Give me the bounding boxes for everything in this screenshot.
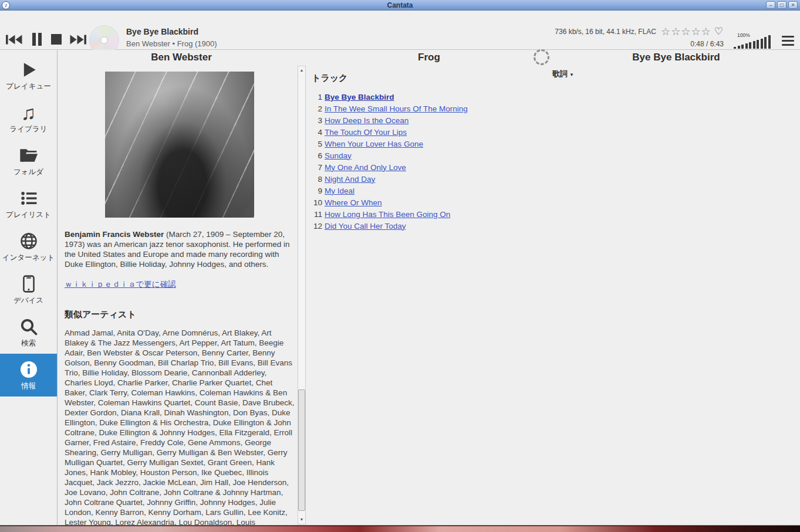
stop-button[interactable]	[51, 34, 62, 45]
track-number: 8	[309, 175, 322, 184]
sidebar-item-internet[interactable]: インターネット	[0, 225, 57, 268]
chevron-down-icon: ▼	[569, 72, 574, 77]
close-button[interactable]: ✕	[788, 1, 798, 9]
music-notes-icon: ♫	[21, 103, 36, 123]
sidebar-item-devices[interactable]: デバイス	[0, 268, 57, 311]
scroll-down-icon[interactable]: ▼	[298, 516, 305, 524]
track-row: 2 In The Wee Small Hours Of The Morning	[309, 103, 544, 114]
sidebar-item-library[interactable]: ♫ ライブラリ	[0, 97, 57, 140]
device-icon	[21, 274, 36, 294]
track-row: 11 How Long Has This Been Going On	[309, 208, 544, 220]
pause-button[interactable]	[31, 32, 43, 46]
track-number: 11	[309, 210, 322, 219]
artist-panel-header: Ben Webster	[58, 52, 305, 63]
rating-star-icon[interactable]: ☆	[701, 27, 711, 36]
track-number: 5	[309, 140, 322, 148]
track-number: 4	[309, 128, 322, 137]
tracks-header: トラック	[312, 73, 347, 84]
rating-stars[interactable]: ☆ ☆ ☆ ☆ ☆	[661, 27, 711, 36]
maximize-button[interactable]: ▢	[777, 1, 787, 9]
track-row: 6 Sunday	[309, 150, 544, 161]
globe-icon	[20, 231, 38, 251]
similar-artists-header: 類似アーティスト	[65, 309, 136, 320]
desktop-background	[0, 526, 800, 532]
sidebar-item-info[interactable]: 情報	[0, 354, 57, 397]
track-row: 7 My One And Only Love	[309, 161, 544, 173]
track-list: 1 Bye Bye Blackbird 2 In The Wee Small H…	[309, 91, 544, 232]
track-link[interactable]: When Your Lover Has Gone	[325, 140, 423, 148]
sidebar-item-playqueue[interactable]: プレイキュー	[0, 54, 57, 97]
track-number: 9	[309, 187, 322, 195]
track-number: 6	[309, 151, 322, 160]
now-playing-title: Bye Bye Blackbird	[126, 27, 198, 36]
sidebar-item-folders[interactable]: フォルダ	[0, 140, 57, 182]
album-panel-header: Frog	[305, 52, 553, 63]
info-icon	[19, 360, 38, 379]
track-link[interactable]: Bye Bye Blackbird	[325, 93, 394, 101]
track-number: 3	[309, 116, 322, 125]
track-panel-header: Bye Bye Blackbird	[552, 52, 800, 63]
volume-control[interactable]: 100%	[734, 33, 778, 49]
track-number: 1	[309, 93, 322, 101]
loading-spinner-icon	[534, 49, 549, 65]
track-link[interactable]: How Long Has This Been Going On	[325, 210, 450, 219]
titlebar: ♪ Cantata – ▢ ✕	[0, 0, 800, 11]
format-info: 736 kb/s, 16 bit, 44.1 kHz, FLAC	[555, 28, 656, 36]
track-row: 12 Did You Call Her Today	[309, 220, 544, 232]
track-link[interactable]: The Touch Of Your Lips	[325, 128, 407, 137]
window-title: Cantata	[0, 1, 800, 9]
scroll-up-icon[interactable]: ▲	[298, 66, 305, 74]
artist-bio: Benjamin Francis Webster (March 27, 1909…	[65, 229, 295, 269]
player-toolbar: Bye Bye Blackbird Ben Webster • Frog (19…	[0, 11, 800, 50]
track-row: 1 Bye Bye Blackbird	[309, 91, 544, 103]
rating-star-icon[interactable]: ☆	[671, 27, 681, 36]
track-link[interactable]: How Deep Is the Ocean	[325, 116, 409, 125]
app-window: ♪ Cantata – ▢ ✕	[0, 0, 800, 526]
track-link[interactable]: My One And Only Love	[325, 163, 406, 172]
track-row: 8 Night And Day	[309, 173, 544, 185]
sidebar-item-search[interactable]: 検索	[0, 311, 57, 354]
track-row: 5 When Your Lover Has Gone	[309, 138, 544, 150]
artist-photo	[105, 72, 254, 218]
track-number: 12	[309, 222, 322, 231]
track-row: 3 How Deep Is the Ocean	[309, 114, 544, 126]
now-playing-subtitle: Ben Webster • Frog (1900)	[126, 39, 217, 48]
track-link[interactable]: Night And Day	[325, 175, 375, 184]
track-row: 4 The Touch Of Your Lips	[309, 126, 544, 138]
sidebar-item-playlists[interactable]: プレイリスト	[0, 182, 57, 225]
play-icon	[21, 60, 37, 80]
lyrics-source-selector[interactable]: 歌詞▼	[552, 69, 574, 79]
rating-star-icon[interactable]: ☆	[681, 27, 691, 36]
track-link[interactable]: My Ideal	[325, 187, 355, 195]
next-button[interactable]	[69, 33, 87, 46]
track-link[interactable]: In The Wee Small Hours Of The Morning	[325, 104, 468, 113]
wikipedia-link[interactable]: ｗｉｋｉｐｅｄｉａで更に確認	[65, 279, 176, 290]
sidebar: プレイキュー ♫ ライブラリ フォルダ	[0, 50, 58, 525]
track-row: 9 My Ideal	[309, 185, 544, 196]
minimize-button[interactable]: –	[766, 1, 775, 9]
track-link[interactable]: Sunday	[325, 151, 352, 160]
rating-star-icon[interactable]: ☆	[661, 27, 671, 36]
track-link[interactable]: Did You Call Her Today	[325, 222, 406, 231]
folder-icon	[19, 145, 38, 165]
scrollbar-thumb[interactable]	[298, 389, 305, 511]
artist-bio-name: Benjamin Francis Webster	[65, 230, 164, 239]
time-display: 0:48 / 6:43	[690, 40, 724, 48]
track-number: 2	[309, 104, 322, 113]
menu-button[interactable]	[782, 36, 794, 46]
previous-button[interactable]	[5, 33, 23, 46]
rating-star-icon[interactable]: ☆	[691, 27, 701, 36]
search-icon	[20, 317, 38, 337]
track-number: 7	[309, 163, 322, 172]
track-row: 10 Where Or When	[309, 196, 544, 208]
favorite-heart-icon[interactable]: ♡	[714, 27, 723, 36]
track-number: 10	[309, 198, 322, 207]
playlist-icon	[20, 188, 38, 208]
artist-panel-scrollbar[interactable]: ▲ ▼	[298, 66, 306, 524]
volume-bars-icon[interactable]	[734, 35, 771, 49]
similar-artists-list: Ahmad Jamal, Anita O'Day, Arne Domnérus,…	[65, 328, 295, 526]
info-view: Ben Webster Frog Bye Bye Blackbird Benja…	[58, 50, 800, 525]
track-link[interactable]: Where Or When	[325, 198, 382, 207]
